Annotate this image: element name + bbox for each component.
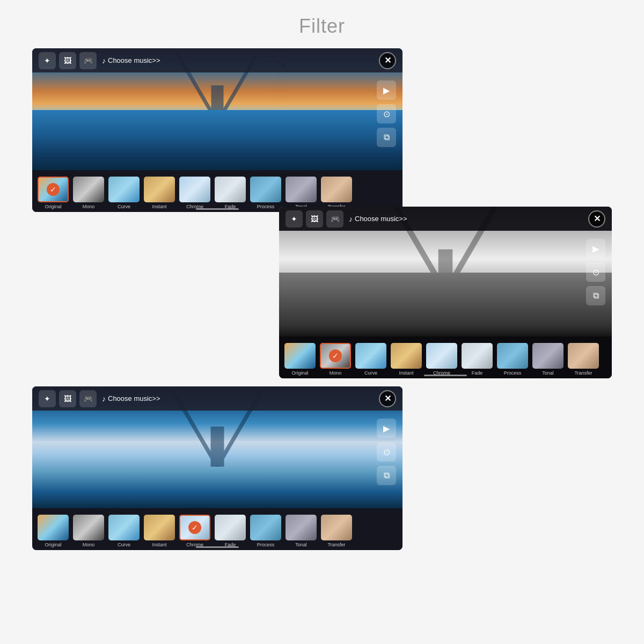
filter-thumb-fade-1 (215, 177, 246, 202)
camera-sidebar-icon-2[interactable]: ⊙ (586, 262, 605, 282)
game-icon-1[interactable]: 🎮 (79, 52, 97, 69)
filter-label-fade-2: Fade (472, 370, 483, 376)
filter-thumb-curve-1 (108, 177, 140, 202)
game-icon-3[interactable]: 🎮 (79, 390, 97, 407)
music-icon-3: ♪ (102, 394, 106, 403)
filter-fade-1[interactable]: Fade (214, 177, 247, 209)
filter-curve-1[interactable]: Curve (107, 177, 141, 209)
filter-process-3[interactable]: Process (249, 515, 282, 547)
filter-chrome-1[interactable]: Chrome (178, 177, 211, 209)
flip-sidebar-icon-2[interactable]: ⧉ (586, 286, 605, 305)
filter-label-process-3: Process (257, 542, 275, 547)
music-bar-1[interactable]: ♪ Choose music>> (102, 56, 160, 65)
scroll-indicator-2 (424, 375, 467, 376)
filter-thumb-transfer-2 (568, 343, 599, 369)
filter-mono-3[interactable]: Mono (72, 515, 105, 547)
filter-check-2: ✓ (329, 349, 342, 362)
filter-transfer-2[interactable]: Transfer (567, 343, 600, 376)
music-icon-1: ♪ (102, 56, 106, 65)
filter-label-process-1: Process (257, 204, 275, 209)
filter-original-2[interactable]: Original (283, 343, 317, 376)
music-label-3: Choose music>> (108, 394, 160, 402)
filter-curve-3[interactable]: Curve (107, 515, 141, 547)
flip-sidebar-icon-1[interactable]: ⧉ (377, 128, 396, 147)
filter-thumb-instant-2 (391, 343, 422, 369)
video-sidebar-icon-2[interactable]: ▶ (586, 239, 605, 258)
filter-tonal-1[interactable]: Tonal (284, 177, 318, 209)
flip-sidebar-icon-3[interactable]: ⧉ (377, 466, 396, 485)
camera-sidebar-icon-3[interactable]: ⊙ (377, 442, 396, 462)
filter-thumb-instant-1 (144, 177, 175, 202)
filter-mono-2[interactable]: ✓ Mono (319, 343, 352, 376)
filter-instant-1[interactable]: Instant (143, 177, 176, 209)
filter-label-tonal-2: Tonal (542, 370, 554, 376)
filter-transfer-3[interactable]: Transfer (320, 515, 353, 547)
photo-icon-2[interactable]: 🖼 (306, 210, 323, 228)
filter-label-instant-1: Instant (152, 204, 166, 209)
filter-tonal-3[interactable]: Tonal (284, 515, 318, 547)
wand-icon-2[interactable]: ✦ (286, 210, 303, 228)
music-bar-2[interactable]: ♪ Choose music>> (349, 215, 407, 223)
filter-thumb-original-1: ✓ (38, 177, 69, 202)
filter-label-original-1: Original (45, 204, 61, 209)
filter-strip-1: ✓ Original Mono Curve Instant Chrome (32, 170, 402, 212)
filter-thumb-original-2 (284, 343, 316, 369)
filter-thumb-fade-3 (215, 515, 246, 540)
close-button-3[interactable]: ✕ (379, 390, 396, 407)
music-icon-2: ♪ (349, 215, 353, 223)
filter-label-instant-3: Instant (152, 542, 166, 547)
filter-thumb-transfer-1 (321, 177, 352, 202)
filter-check-3: ✓ (188, 521, 201, 534)
filter-label-transfer-2: Transfer (574, 370, 592, 376)
filter-thumb-mono-2: ✓ (320, 343, 351, 369)
filter-label-curve-1: Curve (118, 204, 130, 209)
filter-fade-3[interactable]: Fade (214, 515, 247, 547)
camera-sidebar-icon-1[interactable]: ⊙ (377, 104, 396, 123)
filter-curve-2[interactable]: Curve (354, 343, 387, 376)
filter-thumb-chrome-3: ✓ (179, 515, 210, 540)
filter-thumb-original-3 (38, 515, 69, 540)
filter-check-1: ✓ (47, 183, 60, 196)
filter-original-1[interactable]: ✓ Original (36, 177, 70, 209)
filter-tonal-2[interactable]: Tonal (531, 343, 565, 376)
filter-thumb-mono-3 (73, 515, 104, 540)
close-button-1[interactable]: ✕ (379, 52, 396, 69)
toolbar-1: ✦ 🖼 🎮 ♪ Choose music>> ✕ (32, 48, 402, 72)
filter-thumb-tonal-3 (286, 515, 317, 540)
wand-icon-3[interactable]: ✦ (39, 390, 56, 407)
filter-thumb-instant-3 (144, 515, 175, 540)
photo-icon-1[interactable]: 🖼 (59, 52, 76, 69)
filter-thumb-transfer-3 (321, 515, 352, 540)
filter-thumb-curve-2 (355, 343, 386, 369)
video-sidebar-icon-3[interactable]: ▶ (377, 419, 396, 438)
filter-thumb-tonal-1 (286, 177, 317, 202)
filter-thumb-process-3 (250, 515, 281, 540)
filter-label-tonal-3: Tonal (295, 542, 307, 547)
filter-fade-2[interactable]: Fade (460, 343, 494, 376)
filter-thumb-tonal-2 (532, 343, 564, 369)
right-sidebar-2: ▶ ⊙ ⧉ (586, 239, 605, 305)
filter-thumb-chrome-2 (426, 343, 457, 369)
filter-original-3[interactable]: Original (36, 515, 70, 547)
close-button-2[interactable]: ✕ (588, 210, 605, 228)
filter-chrome-3[interactable]: ✓ Chrome (178, 515, 211, 547)
screenshot-1: ✦ 🖼 🎮 ♪ Choose music>> ✕ ▶ ⊙ ⧉ ✓ Origina… (32, 48, 402, 212)
screenshot-2: ✦ 🖼 🎮 ♪ Choose music>> ✕ ▶ ⊙ ⧉ Original (279, 207, 612, 378)
game-icon-2[interactable]: 🎮 (326, 210, 343, 228)
wand-icon-1[interactable]: ✦ (39, 52, 56, 69)
filter-chrome-2[interactable]: Chrome (425, 343, 458, 376)
filter-process-1[interactable]: Process (249, 177, 282, 209)
filter-strip-2: Original ✓ Mono Curve Instant Chrome (279, 336, 612, 378)
filter-instant-3[interactable]: Instant (143, 515, 176, 547)
filter-transfer-1[interactable]: Transfer (320, 177, 353, 209)
video-sidebar-icon-1[interactable]: ▶ (377, 80, 396, 100)
filter-label-instant-2: Instant (399, 370, 413, 376)
photo-icon-3[interactable]: 🖼 (59, 390, 76, 407)
filter-instant-2[interactable]: Instant (390, 343, 423, 376)
scroll-indicator-3 (196, 546, 239, 548)
svg-rect-10 (211, 427, 224, 467)
music-label-2: Choose music>> (355, 215, 407, 223)
filter-process-2[interactable]: Process (496, 343, 529, 376)
music-bar-3[interactable]: ♪ Choose music>> (102, 394, 160, 403)
filter-mono-1[interactable]: Mono (72, 177, 105, 209)
